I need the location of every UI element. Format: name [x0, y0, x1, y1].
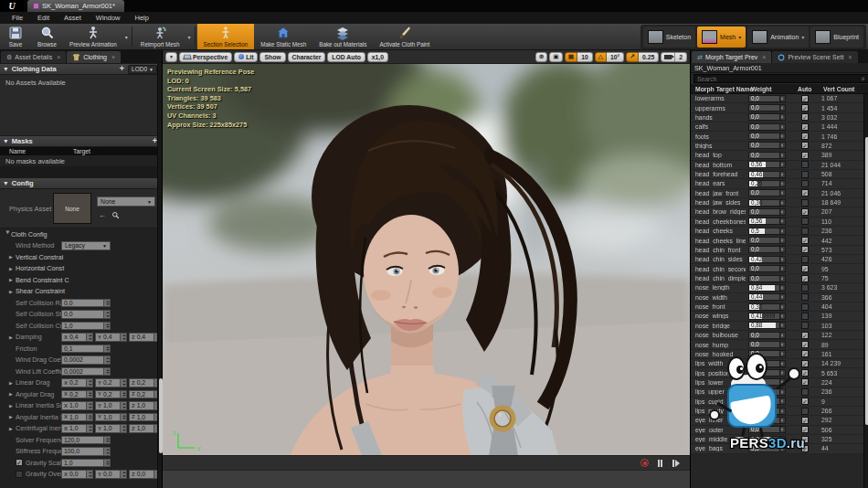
mesh-dropdown-caret-icon[interactable]: ▾	[738, 34, 741, 40]
spinner-icon[interactable]	[780, 189, 786, 196]
spinner-icon[interactable]	[121, 470, 127, 479]
morph-weight-slider[interactable]: 0,0	[748, 133, 786, 140]
expander-arrow-icon[interactable]: ▶	[9, 289, 16, 294]
morph-row[interactable]: lips_pouty 0,26 266	[691, 407, 868, 416]
tab-animation[interactable]: Animation ▾	[747, 27, 809, 48]
morph-list-scrollbar[interactable]	[863, 94, 868, 488]
left-panel-scrollbar[interactable]	[157, 63, 162, 488]
number-field[interactable]: 0,0002	[61, 367, 111, 377]
tab-clothing[interactable]: Clothing ×	[67, 51, 121, 63]
auto-checkbox[interactable]	[801, 180, 809, 187]
spinner-icon[interactable]	[780, 388, 786, 396]
morph-weight-slider[interactable]: 0,0	[748, 417, 786, 424]
morph-row[interactable]: lips_cupid_bow 0,0 9	[691, 398, 868, 407]
scrollbar-thumb[interactable]	[865, 137, 868, 425]
morph-weight-slider[interactable]: 0,0	[748, 189, 786, 196]
morph-row[interactable]: nose_bridge 0,88 103	[691, 322, 868, 331]
auto-checkbox[interactable]	[801, 398, 809, 405]
morph-weight-slider[interactable]: 0,0	[748, 113, 786, 121]
morph-row[interactable]: nose_wings 0,419999 139	[691, 312, 868, 321]
morph-row[interactable]: head_top 0,0 389	[691, 151, 868, 160]
world-local-toggle-button[interactable]: ▣	[549, 52, 562, 62]
morph-row[interactable]: head_chin_front 0,0 573	[691, 246, 868, 255]
morph-weight-slider[interactable]: 0,0	[748, 275, 786, 282]
morph-weight-slider[interactable]: 0,56	[748, 217, 786, 225]
tab-morph-target-preview[interactable]: ⇄ Morph Target Prev ×	[692, 51, 771, 63]
auto-checkbox[interactable]	[801, 275, 809, 282]
z-field[interactable]: Z1,0	[129, 413, 161, 422]
save-button[interactable]: Save	[0, 24, 31, 49]
auto-checkbox[interactable]	[801, 388, 809, 396]
spinner-icon[interactable]	[780, 417, 786, 424]
morph-weight-slider[interactable]: 0,84	[748, 284, 786, 292]
spinner-icon[interactable]	[780, 199, 786, 207]
tab-asset-details[interactable]: ⚙ Asset Details ×	[1, 51, 66, 63]
spinner-icon[interactable]	[121, 401, 127, 410]
morph-weight-slider[interactable]: 0,26	[748, 408, 786, 415]
reimport-mesh-dropdown-caret-icon[interactable]: ▾	[186, 34, 193, 40]
morph-row[interactable]: hands 0,0 3 032	[691, 113, 868, 122]
translate-gizmo-button[interactable]: ⊕	[535, 52, 548, 62]
expander-arrow-icon[interactable]: ▶	[9, 391, 16, 397]
spinner-icon[interactable]	[121, 333, 127, 342]
number-field[interactable]: 0,0002	[61, 355, 111, 365]
expander-arrow-icon[interactable]: ▶	[9, 403, 16, 408]
morph-weight-slider[interactable]: 0,36	[748, 199, 786, 207]
morph-row[interactable]: lips_lower 0,0 224	[691, 378, 868, 387]
close-icon[interactable]: ×	[762, 54, 766, 60]
number-field[interactable]: 0,1	[61, 345, 111, 354]
spinner-icon[interactable]	[780, 445, 786, 452]
menu-item[interactable]: Help	[128, 14, 154, 22]
spinner-icon[interactable]	[780, 171, 786, 178]
close-icon[interactable]: ×	[57, 54, 60, 60]
spinner-icon[interactable]	[87, 390, 93, 399]
z-field[interactable]: Z0,2	[129, 390, 161, 399]
spinner-icon[interactable]	[780, 284, 786, 292]
spinner-icon[interactable]	[104, 367, 111, 377]
auto-checkbox[interactable]	[801, 332, 809, 339]
morph-weight-slider[interactable]: 0,419999	[748, 313, 786, 320]
auto-checkbox[interactable]	[801, 303, 809, 311]
spinner-icon[interactable]	[780, 142, 786, 149]
playback-speed-button[interactable]: x1,0	[367, 52, 388, 62]
spinner-icon[interactable]	[104, 355, 111, 365]
lod-selector[interactable]: LOD0 ▼	[128, 65, 157, 74]
auto-checkbox[interactable]	[801, 237, 809, 244]
spinner-icon[interactable]	[780, 152, 786, 159]
morph-row[interactable]: calfs 0,0 1 444	[691, 122, 868, 132]
viewport-scene[interactable]	[163, 64, 690, 455]
morph-row[interactable]: head_cheeks_lines 0,0 442	[691, 236, 868, 245]
menu-item[interactable]: Edit	[31, 14, 56, 22]
morph-weight-slider[interactable]: 0,0	[748, 436, 786, 443]
scrollbar-thumb[interactable]	[159, 378, 163, 453]
auto-checkbox[interactable]	[801, 293, 809, 301]
morph-row[interactable]: head_jaw_sides 0,36 18 649	[691, 198, 868, 207]
auto-checkbox[interactable]	[801, 133, 809, 140]
spinner-icon[interactable]	[780, 217, 786, 225]
y-field[interactable]: Y0,0	[95, 470, 127, 479]
morph-weight-slider[interactable]: 0,0	[748, 388, 786, 396]
record-button[interactable]	[640, 458, 650, 468]
morph-row[interactable]: nose_hump 0,0 89	[691, 340, 868, 349]
morph-weight-slider[interactable]: 0,46	[748, 171, 786, 178]
expander-arrow-icon[interactable]: ▶	[9, 266, 16, 271]
auto-checkbox[interactable]	[801, 217, 809, 225]
make-static-mesh-button[interactable]: Make Static Mesh	[254, 24, 312, 49]
y-field[interactable]: Y1,0	[95, 413, 127, 422]
morph-row[interactable]: nose_width 0,44 366	[691, 293, 868, 302]
close-icon[interactable]: ×	[111, 54, 115, 60]
auto-checkbox[interactable]	[801, 199, 809, 207]
spinner-icon[interactable]	[780, 332, 786, 339]
morph-weight-slider[interactable]: 0,32	[748, 303, 786, 311]
auto-checkbox[interactable]	[801, 246, 809, 253]
morph-row[interactable]: head_chin_dimple 0,0 75	[691, 274, 868, 283]
spinner-icon[interactable]	[780, 237, 786, 244]
morph-weight-slider[interactable]: 0,88	[748, 322, 786, 329]
morph-row[interactable]: head_bottom 0,56 21 044	[691, 161, 868, 170]
morph-weight-slider[interactable]: 0,0	[748, 152, 786, 159]
step-forward-button[interactable]	[671, 458, 681, 468]
morph-row[interactable]: nose_front 0,32 404	[691, 302, 868, 312]
auto-checkbox[interactable]	[801, 256, 809, 263]
spinner-icon[interactable]	[780, 104, 786, 111]
morph-row[interactable]: lowerarms 0,0 1 067	[691, 94, 868, 103]
